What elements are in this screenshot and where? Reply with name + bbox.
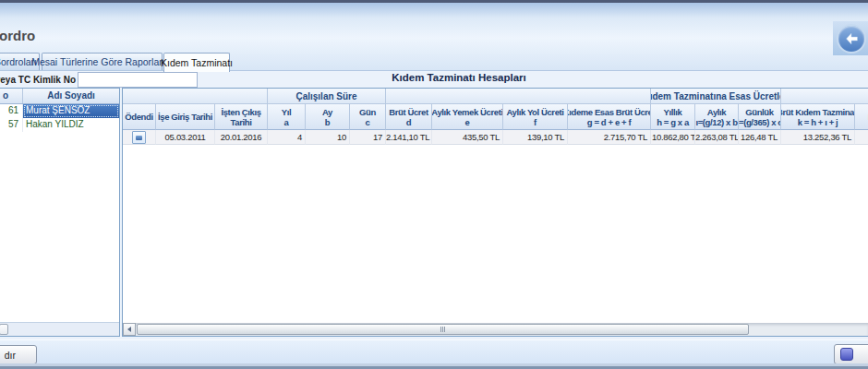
group-header-kidem-tazminatina-esas-ucretler: Kıdem Tazminatına Esas Ücretler xyxy=(651,89,781,104)
employee-list-panel: o Adı Soyadı 61 Murat ŞENSÖZ 57 Hakan YI… xyxy=(0,88,120,337)
column-header-brut-kidem-tazminati[interactable]: Brüt Kıdem Tazminatık = h + ı + j xyxy=(781,104,855,130)
odendi-checkbox[interactable] xyxy=(132,131,146,144)
print-button-label: dır xyxy=(5,350,16,361)
column-header-yillik[interactable]: Yıllıkh = g x a xyxy=(651,104,695,130)
app-window: ordro Bordroları Mesai Türlerine Göre Ra… xyxy=(0,0,868,369)
column-header-yil[interactable]: Yıla xyxy=(268,104,306,130)
cell-brut-ucret: 2.141,10 TL xyxy=(386,130,432,145)
cell-isten-cikis-tarihi: 20.01.2016 xyxy=(215,130,268,145)
column-header-adi-soyadi[interactable]: Adı Soyadı xyxy=(23,89,119,103)
employee-no: 61 xyxy=(0,104,23,118)
cell-kideme-esas-brut-ucret: 2.715,70 TL xyxy=(568,130,651,145)
tab-mesai-turlerine-gore-raporlama[interactable]: Mesai Türlerine Göre Raporlama xyxy=(42,53,163,70)
back-arrow-icon xyxy=(837,24,866,54)
employee-name: Murat ŞENSÖZ xyxy=(23,104,119,118)
scrollbar-thumb[interactable] xyxy=(0,324,8,335)
cell-gunluk: 126,48 TL xyxy=(739,130,781,145)
footer-bar: dır xyxy=(0,339,868,363)
footer-icon-button[interactable] xyxy=(834,344,868,364)
back-button[interactable] xyxy=(833,21,868,55)
cell-aylik-yemek-ucreti: 435,50 TL xyxy=(432,130,503,145)
column-header-no[interactable]: o xyxy=(0,89,23,103)
column-header-ise-giris-tarihi[interactable]: İşe Giriş Tarihi xyxy=(156,104,215,130)
cell-yil: 4 xyxy=(268,130,306,145)
filter-label: ı veya TC Kimlik No xyxy=(0,75,76,85)
column-header-brut-ucret[interactable]: Brüt Ücretd xyxy=(386,104,432,130)
grid-data-row[interactable]: 05.03.2011 20.01.2016 4 10 17 2.141,10 T… xyxy=(123,130,868,145)
column-header-damga[interactable]: Da xyxy=(855,104,868,130)
employee-row[interactable]: 61 Murat ŞENSÖZ xyxy=(0,104,119,118)
cell-yillik: 10.862,80 TL xyxy=(651,130,695,145)
scroll-left-button[interactable] xyxy=(123,323,136,336)
employee-no: 57 xyxy=(0,118,23,132)
kidem-grid-panel: Çalışılan Süre Kıdem Tazminatına Esas Üc… xyxy=(122,88,868,337)
cell-gun: 17 xyxy=(350,130,386,145)
grid-hscrollbar[interactable] xyxy=(123,323,868,336)
cell-damga xyxy=(855,130,868,145)
column-header-isten-cikis-tarihi[interactable]: İşten ÇıkışTarihi xyxy=(215,104,268,130)
column-header-gun[interactable]: Günc xyxy=(350,104,386,130)
employee-list-header: o Adı Soyadı xyxy=(0,89,119,104)
employee-list-hscrollbar[interactable] xyxy=(0,322,119,336)
column-header-gunluk[interactable]: Günlükj=(g/365) x c xyxy=(739,104,781,130)
tab-label: Mesai Türlerine Göre Raporlama xyxy=(31,56,173,67)
column-header-kideme-esas-brut-ucret[interactable]: Kıdeme Esas Brüt Ücretg = d + e + f xyxy=(568,104,651,130)
cell-ise-giris-tarihi: 05.03.2011 xyxy=(156,130,215,145)
grid-header-row: Ödendi İşe Giriş Tarihi İşten ÇıkışTarih… xyxy=(123,104,868,130)
group-header-empty xyxy=(123,89,268,104)
page-title: Kıdem Tazminatı Hesapları xyxy=(122,72,796,83)
print-button[interactable]: dır xyxy=(0,345,37,364)
app-glyph-icon xyxy=(840,348,853,361)
group-header-empty xyxy=(386,89,651,104)
left-triangle-icon xyxy=(127,327,131,332)
cell-ay: 10 xyxy=(306,130,350,145)
employee-row[interactable]: 57 Hakan YILDIZ xyxy=(0,118,119,132)
tab-kidem-tazminati[interactable]: Kıdem Tazminatı xyxy=(163,53,230,72)
column-header-aylik-yol-ucreti[interactable]: Aylık Yol Ücretif xyxy=(503,104,568,130)
column-header-ay[interactable]: Ayb xyxy=(306,104,350,130)
scrollbar-thumb[interactable] xyxy=(137,324,749,335)
cell-aylik: 2.263,08 TL xyxy=(695,130,739,145)
cell-aylik-yol-ucreti: 139,10 TL xyxy=(503,130,568,145)
group-header-empty xyxy=(781,89,868,104)
employee-name: Hakan YILDIZ xyxy=(23,118,119,132)
column-header-aylik-yemek-ucreti[interactable]: Aylık Yemek Ücretie xyxy=(432,104,503,130)
grid-group-header-row: Çalışılan Süre Kıdem Tazminatına Esas Üc… xyxy=(123,89,868,104)
column-header-aylik[interactable]: Aylıkı=(g/12) x b xyxy=(695,104,739,130)
scrollbar-grip xyxy=(440,327,445,332)
column-header-odendi[interactable]: Ödendi xyxy=(123,104,156,130)
tab-label: Kıdem Tazminatı xyxy=(161,57,233,68)
app-title: ordro xyxy=(0,28,35,43)
cell-brut-kidem-tazminati: 13.252,36 TL xyxy=(781,130,855,145)
group-header-calisilan-sure: Çalışılan Süre xyxy=(268,89,386,104)
cell-odendi xyxy=(123,130,156,145)
